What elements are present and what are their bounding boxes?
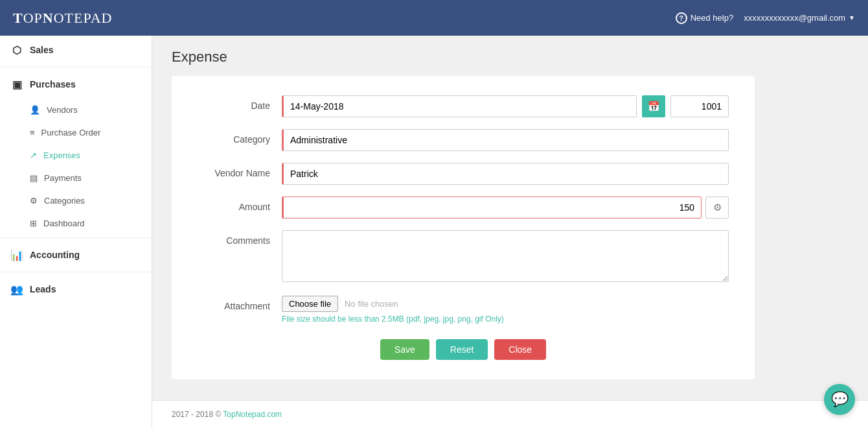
help-icon: ? xyxy=(676,12,687,24)
user-email-menu[interactable]: xxxxxxxxxxxxx@gmail.com ▼ xyxy=(744,13,855,23)
chat-bubble[interactable]: 💬 xyxy=(824,384,855,415)
purchases-icon: ▣ xyxy=(10,78,23,91)
leads-icon: 👥 xyxy=(10,283,23,296)
dashboard-icon: ⊞ xyxy=(30,219,37,228)
no-file-text: No file chosen xyxy=(345,299,398,309)
amount-label: Amount xyxy=(198,196,282,212)
reset-button[interactable]: Reset xyxy=(436,339,488,360)
dashboard-label: Dashboard xyxy=(43,219,85,228)
date-row: Date 📅 xyxy=(198,95,729,117)
date-field: 📅 xyxy=(282,95,729,117)
vendor-name-row: Vendor Name xyxy=(198,163,729,185)
footer-link[interactable]: TopNotepad.com xyxy=(223,410,282,419)
purchase-order-label: Purchase Order xyxy=(41,128,101,137)
category-label: Category xyxy=(198,129,282,145)
main-content: Expense Date 📅 Category xyxy=(152,36,868,400)
attachment-label: Attachment xyxy=(198,296,282,311)
expense-number-input[interactable] xyxy=(670,95,729,117)
expenses-label: Expenses xyxy=(43,150,80,160)
sidebar-item-leads[interactable]: 👥 Leads xyxy=(0,275,152,303)
vendor-name-label: Vendor Name xyxy=(198,163,282,178)
comments-field xyxy=(282,230,729,284)
purchase-order-icon: ≡ xyxy=(30,128,35,137)
category-field xyxy=(282,129,729,151)
sales-icon: ⬡ xyxy=(10,43,23,56)
form-buttons: Save Reset Close xyxy=(198,339,729,360)
footer: 2017 - 2018 © TopNotepad.com xyxy=(152,400,868,428)
categories-icon: ⚙ xyxy=(30,196,38,206)
calendar-button[interactable]: 📅 xyxy=(642,95,665,117)
attachment-row: Attachment Choose file No file chosen Fi… xyxy=(198,296,729,324)
layout: ⬡ Sales ▣ Purchases 👤 Vendors ≡ Purchase… xyxy=(0,36,868,428)
sidebar-sub-expenses[interactable]: ↗ Expenses xyxy=(0,144,152,167)
vendors-icon: 👤 xyxy=(30,105,40,115)
accounting-icon: 📊 xyxy=(10,248,23,261)
logo: TOPNOTEPAD xyxy=(13,10,112,27)
sidebar: ⬡ Sales ▣ Purchases 👤 Vendors ≡ Purchase… xyxy=(0,36,152,428)
header-right: ? Need help? xxxxxxxxxxxxx@gmail.com ▼ xyxy=(676,12,855,24)
save-button[interactable]: Save xyxy=(380,339,429,360)
expense-form: Date 📅 Category xyxy=(172,76,755,379)
sidebar-divider-1 xyxy=(0,67,152,67)
expenses-icon: ↗ xyxy=(30,150,37,160)
file-hint: File size should be less than 2.5MB (pdf… xyxy=(282,315,729,324)
amount-row: Amount ⚙ xyxy=(198,196,729,219)
help-link[interactable]: ? Need help? xyxy=(676,12,734,24)
amount-settings-button[interactable]: ⚙ xyxy=(705,196,729,219)
sidebar-item-sales[interactable]: ⬡ Sales xyxy=(0,36,152,64)
payments-label: Payments xyxy=(44,173,82,183)
vendors-label: Vendors xyxy=(47,105,78,115)
sidebar-sub-categories[interactable]: ⚙ Categories xyxy=(0,189,152,212)
sidebar-sub-vendors[interactable]: 👤 Vendors xyxy=(0,99,152,121)
categories-label: Categories xyxy=(44,196,85,206)
user-menu-dropdown-arrow: ▼ xyxy=(849,14,855,21)
footer-text: 2017 - 2018 © TopNotepad.com xyxy=(172,410,282,419)
category-input[interactable] xyxy=(282,129,729,151)
sidebar-sub-purchase-order[interactable]: ≡ Purchase Order xyxy=(0,121,152,144)
date-input[interactable] xyxy=(282,95,637,117)
purchases-label: Purchases xyxy=(30,79,76,89)
amount-field: ⚙ xyxy=(282,196,729,219)
sales-label: Sales xyxy=(30,45,54,55)
close-button[interactable]: Close xyxy=(494,339,546,360)
sidebar-sub-payments[interactable]: ▤ Payments xyxy=(0,167,152,189)
page-title: Expense xyxy=(172,49,849,65)
user-email-text: xxxxxxxxxxxxx@gmail.com xyxy=(744,13,845,23)
sidebar-item-purchases[interactable]: ▣ Purchases xyxy=(0,70,152,99)
file-row: Choose file No file chosen xyxy=(282,296,729,312)
payments-icon: ▤ xyxy=(30,173,38,183)
sidebar-divider-2 xyxy=(0,237,152,238)
sidebar-item-accounting[interactable]: 📊 Accounting xyxy=(0,241,152,269)
amount-input[interactable] xyxy=(282,196,702,219)
comments-row: Comments xyxy=(198,230,729,284)
sidebar-sub-dashboard[interactable]: ⊞ Dashboard xyxy=(0,212,152,235)
vendor-name-input[interactable] xyxy=(282,163,729,185)
comments-textarea[interactable] xyxy=(282,230,729,282)
date-label: Date xyxy=(198,95,282,111)
help-label: Need help? xyxy=(691,13,734,23)
attachment-field: Choose file No file chosen File size sho… xyxy=(282,296,729,324)
vendor-name-field xyxy=(282,163,729,185)
header: TOPNOTEPAD ? Need help? xxxxxxxxxxxxx@gm… xyxy=(0,0,868,36)
sidebar-divider-3 xyxy=(0,272,152,272)
category-row: Category xyxy=(198,129,729,151)
leads-label: Leads xyxy=(30,284,56,294)
accounting-label: Accounting xyxy=(30,250,80,260)
choose-file-button[interactable]: Choose file xyxy=(282,296,338,312)
comments-label: Comments xyxy=(198,230,282,246)
